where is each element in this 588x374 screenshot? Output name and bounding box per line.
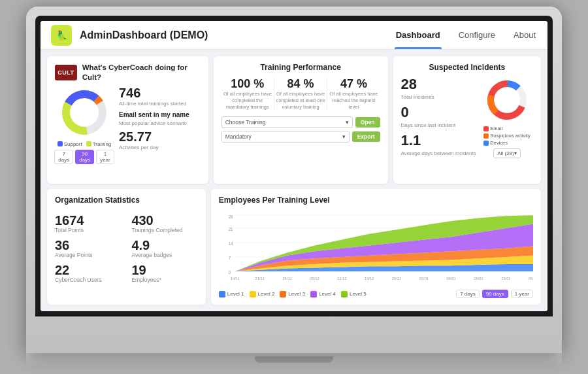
activities-num: 25.77 bbox=[119, 130, 201, 143]
perc-item-3: 47 % Of all employees have reached the h… bbox=[327, 77, 380, 110]
donut-legend: Support Training bbox=[57, 141, 112, 147]
avg-label: Average days between incidents bbox=[401, 150, 477, 156]
control-row-2: Mandatory ▾ Export bbox=[221, 131, 380, 143]
nav-item-dashboard[interactable]: Dashboard bbox=[395, 21, 442, 49]
cybercoach-body: Support Training 7 days bbox=[55, 86, 201, 177]
cult-header: CULT What's CyberCoach doing for Cult? bbox=[55, 63, 201, 82]
chart-time-1year[interactable]: 1 year bbox=[511, 290, 533, 298]
activities-label: Activities per day bbox=[119, 144, 201, 150]
org-stat-4: 22 CyberCoach Users bbox=[55, 264, 121, 283]
stats-area: 746 All-time total trainings started Ema… bbox=[119, 86, 201, 177]
perc-item-2: 84 % Of all employees have completed at … bbox=[274, 77, 327, 110]
svg-text:09/01: 09/01 bbox=[446, 277, 455, 280]
card-org-stats: Organization Statistics 1674 Total Point… bbox=[47, 189, 206, 305]
legend-support: Support bbox=[57, 141, 82, 147]
perc3-desc: Of all employees have reached the highes… bbox=[327, 91, 380, 110]
time-90days-btn[interactable]: 90 days bbox=[75, 150, 94, 164]
card-cybercoach: CULT What's CyberCoach doing for Cult? bbox=[47, 56, 208, 184]
legend-training: Training bbox=[86, 141, 112, 147]
open-button[interactable]: Open bbox=[355, 117, 380, 128]
svg-text:05/12: 05/12 bbox=[310, 277, 319, 280]
training-percentages: 100 % Of all employees have completed th… bbox=[221, 77, 380, 110]
chevron-icon-2: ▾ bbox=[342, 133, 346, 140]
incidents-donut-chart bbox=[484, 77, 530, 123]
incidents-donut-area: Email Suspicious activity bbox=[481, 77, 533, 177]
perc3-num: 47 % bbox=[327, 77, 380, 91]
org-num-4: 22 bbox=[55, 264, 121, 277]
card-employees: Employees Per Training Level 28 21 14 7 … bbox=[211, 189, 541, 305]
svg-text:21/11: 21/11 bbox=[255, 277, 264, 280]
incidents-title: Suspected Incidents bbox=[401, 63, 533, 72]
chart-bottom: Level 1 Level 2 Level 3 bbox=[219, 287, 533, 298]
svg-text:7: 7 bbox=[228, 256, 231, 260]
total-trainings-label: All-time total trainings started bbox=[119, 101, 201, 107]
training-title: Training Performance bbox=[221, 63, 380, 72]
employees-chart-svg: 28 21 14 7 0 bbox=[219, 214, 533, 286]
time-7days-btn[interactable]: 7 days bbox=[54, 150, 73, 164]
perc2-num: 84 % bbox=[274, 77, 327, 91]
chevron-icon-1: ▾ bbox=[346, 119, 349, 126]
nav-item-configure[interactable]: Configure bbox=[457, 21, 497, 49]
level4-color bbox=[310, 291, 317, 298]
nav-item-about[interactable]: About bbox=[512, 21, 537, 49]
days-label: Days since last incident bbox=[401, 122, 477, 128]
org-num-3: 4.9 bbox=[131, 239, 197, 252]
topbar: 🦜 AdminDashboard (DEMO) Dashboard Config… bbox=[41, 21, 547, 50]
chevron-icon-3: ▾ bbox=[514, 150, 517, 156]
legend-level4: Level 4 bbox=[310, 291, 336, 298]
screen: 🦜 AdminDashboard (DEMO) Dashboard Config… bbox=[41, 21, 547, 311]
mandatory-select[interactable]: Mandatory ▾ bbox=[221, 131, 350, 143]
cult-logo: CULT bbox=[55, 65, 77, 80]
svg-text:14/11: 14/11 bbox=[231, 277, 240, 280]
donut-area: Support Training 7 days bbox=[55, 86, 114, 177]
card-incidents: Suspected Incidents 28 Total Incidents 0… bbox=[393, 56, 541, 184]
laptop-container: 🦜 AdminDashboard (DEMO) Dashboard Config… bbox=[26, 7, 562, 367]
org-stat-5: 19 Employees* bbox=[131, 264, 197, 283]
control-row-1: Choose Training ▾ Open bbox=[221, 116, 380, 128]
org-stat-3: 4.9 Average badges bbox=[131, 239, 197, 258]
org-lbl-4: CyberCoach Users bbox=[55, 277, 121, 283]
legend-suspicious: Suspicious activity bbox=[483, 133, 530, 139]
export-button[interactable]: Export bbox=[352, 131, 380, 142]
support-color bbox=[57, 141, 63, 146]
perc1-num: 100 % bbox=[221, 77, 274, 91]
cybercoach-question: What's CyberCoach doing for Cult? bbox=[82, 63, 201, 82]
chart-time-7days[interactable]: 7 days bbox=[456, 290, 480, 298]
top-row: CULT What's CyberCoach doing for Cult? bbox=[47, 56, 541, 184]
org-lbl-1: Trainings Completed bbox=[131, 227, 197, 233]
org-lbl-0: Total Points bbox=[55, 227, 121, 233]
incidents-body: 28 Total Incidents 0 Days since last inc… bbox=[401, 77, 533, 177]
training-controls: Choose Training ▾ Open Mandatory ▾ bbox=[221, 116, 380, 143]
laptop-notch bbox=[255, 356, 333, 363]
avg-num: 1.1 bbox=[401, 133, 477, 148]
perc-item-1: 100 % Of all employees have completed th… bbox=[221, 77, 274, 110]
perc1-desc: Of all employees have completed the mand… bbox=[221, 91, 274, 110]
bottom-row: Organization Statistics 1674 Total Point… bbox=[47, 189, 541, 305]
chart-area: 28 21 14 7 0 bbox=[219, 214, 533, 286]
time-1year-btn[interactable]: 1 year bbox=[96, 150, 114, 164]
svg-text:23/01: 23/01 bbox=[501, 277, 510, 280]
svg-text:21: 21 bbox=[228, 227, 233, 231]
svg-text:14: 14 bbox=[228, 241, 233, 246]
time-filters-cybercoach: 7 days 90 days 1 year bbox=[54, 150, 114, 164]
incidents-legend: Email Suspicious activity bbox=[483, 126, 530, 146]
org-stat-0: 1674 Total Points bbox=[55, 214, 121, 233]
svg-text:16/01: 16/01 bbox=[474, 277, 483, 280]
level3-color bbox=[280, 291, 286, 298]
svg-text:28/11: 28/11 bbox=[282, 277, 291, 280]
org-lbl-2: Average Points bbox=[55, 252, 121, 258]
dashboard: CULT What's CyberCoach doing for Cult? bbox=[41, 50, 547, 311]
org-grid: 1674 Total Points 430 Trainings Complete… bbox=[55, 214, 198, 283]
incidents-stats: 28 Total Incidents 0 Days since last inc… bbox=[401, 77, 477, 177]
laptop-base bbox=[26, 353, 562, 367]
org-num-0: 1674 bbox=[55, 214, 121, 227]
org-num-2: 36 bbox=[55, 239, 121, 252]
incidents-dropdown[interactable]: All (28) ▾ bbox=[493, 148, 520, 158]
choose-training-select[interactable]: Choose Training ▾ bbox=[221, 116, 353, 128]
app-logo-icon: 🦜 bbox=[51, 25, 72, 46]
legend-level2: Level 2 bbox=[250, 291, 275, 298]
chart-time-90days[interactable]: 90 days bbox=[482, 290, 508, 298]
chart-time-filters: 7 days 90 days 1 year bbox=[456, 290, 533, 298]
svg-text:12/12: 12/12 bbox=[337, 277, 346, 280]
chart-legend: Level 1 Level 2 Level 3 bbox=[219, 291, 367, 298]
